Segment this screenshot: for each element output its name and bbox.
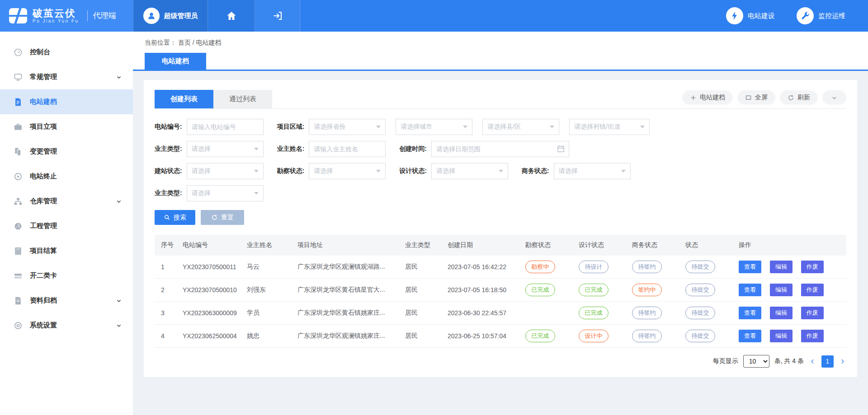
caret-down-icon	[254, 148, 259, 150]
collapse-toolbar-button[interactable]	[822, 90, 846, 105]
chevron-down-icon	[116, 322, 122, 329]
district-select[interactable]: 请选择县/区	[482, 119, 559, 135]
owner-type-select[interactable]: 请选择	[187, 141, 264, 157]
user-menu[interactable]: 超级管理员	[133, 0, 208, 32]
sidebar-item-station-archive[interactable]: 电站建档	[0, 89, 133, 114]
cell-code: YX2023070500010	[179, 279, 243, 302]
breadcrumb: 当前位置： 首页 / 电站建档	[145, 39, 868, 47]
city-select[interactable]: 请选择城市	[396, 119, 472, 135]
cell-code: YX2023070500011	[179, 256, 243, 279]
tab-passed-list[interactable]: 通过列表	[213, 90, 272, 108]
view-button[interactable]: 查看	[739, 330, 761, 342]
tab-create-list[interactable]: 创建列表	[155, 90, 213, 108]
portal-label: 代理端	[87, 10, 116, 21]
search-button[interactable]: 搜索	[155, 210, 195, 225]
cell-type: 居民	[401, 279, 444, 302]
sidebar-item-label: 项目结算	[30, 247, 57, 255]
chevron-down-icon	[116, 298, 122, 304]
document-icon	[14, 98, 23, 107]
edit-button[interactable]: 编辑	[770, 330, 793, 342]
sidebar-item-station-termination[interactable]: 电站终止	[0, 164, 133, 189]
void-button[interactable]: 作废	[801, 307, 824, 319]
sidebar-item-project-settlement[interactable]: 项目结算	[0, 238, 133, 263]
survey-status-badge: 已完成	[525, 330, 555, 342]
owner-type-label: 业主类型:	[155, 145, 182, 153]
town-placeholder: 请选择村镇/街道	[574, 123, 620, 131]
create-time-input[interactable]	[431, 141, 569, 157]
void-button[interactable]: 作废	[801, 261, 824, 273]
col-code: 电站编号	[179, 235, 243, 256]
col-survey: 勘察状态	[522, 235, 575, 256]
sidebar-item-label: 电站终止	[30, 172, 57, 181]
chevron-down-icon	[116, 198, 122, 205]
table-header-row: 序号 电站编号 业主姓名 项目地址 业主类型 创建日期 勘察状态 设计状态 商务…	[155, 235, 846, 256]
edit-button[interactable]: 编辑	[770, 307, 793, 319]
province-select[interactable]: 请选择省份	[309, 119, 386, 135]
breadcrumb-home[interactable]: 首页	[178, 39, 191, 46]
calculator-icon	[14, 247, 23, 256]
void-button[interactable]: 作废	[801, 330, 824, 342]
filter-panel: 电站编号: 项目区域: 请选择省份 请选择城市 请选择县/区 请选择村镇/街道	[155, 109, 846, 201]
sidebar-item-console[interactable]: 控制台	[0, 40, 133, 65]
cell-address: 广东深圳龙华区观澜镇姚家庄...	[294, 325, 401, 348]
logout-button[interactable]	[255, 0, 300, 32]
total-label: 条, 共 4 条	[774, 357, 804, 365]
cell-code: YX2023063000009	[179, 302, 243, 325]
edit-button[interactable]: 编辑	[770, 261, 793, 273]
build-status-select[interactable]: 请选择	[187, 163, 264, 179]
reset-button[interactable]: 重置	[201, 210, 244, 225]
sidebar-item-engineering-mgmt[interactable]: 工程管理	[0, 214, 133, 238]
cell-created: 2023-07-05 16:42:22	[444, 256, 522, 279]
per-page-select[interactable]: 10	[743, 355, 769, 368]
sitemap-icon	[14, 197, 23, 206]
sidebar-item-warehouse-mgmt[interactable]: 仓库管理	[0, 189, 133, 214]
sidebar-item-label: 系统设置	[30, 321, 57, 330]
home-button[interactable]	[208, 0, 255, 32]
monitor-icon	[14, 73, 23, 82]
town-select[interactable]: 请选择村镇/街道	[569, 119, 650, 135]
refresh-button[interactable]: 刷新	[780, 90, 818, 105]
business-status-select[interactable]: 请选择	[554, 163, 631, 179]
add-station-label: 电站建档	[700, 93, 725, 102]
table-row: 2 YX2023070500010 刘强东 广东深圳龙华区黄石镇星官大... 居…	[155, 279, 846, 302]
table-row: 3 YX2023063000009 学员 广东深圳龙华区黄石镇姚家庄... 居民…	[155, 302, 846, 325]
reset-label: 重置	[221, 214, 234, 222]
design-status-badge: 已完成	[579, 307, 609, 319]
nav-monitoring-ops[interactable]: 监控运维	[797, 7, 845, 24]
settings-icon	[14, 321, 23, 330]
col-owner: 业主姓名	[243, 235, 294, 256]
survey-status-select[interactable]: 请选择	[309, 163, 386, 179]
sidebar-item-project-initiation[interactable]: 项目立项	[0, 114, 133, 139]
status-badge: 待提交	[685, 330, 715, 342]
station-no-input[interactable]	[187, 119, 264, 135]
wrench-icon	[797, 7, 814, 24]
add-station-button[interactable]: 电站建档	[682, 90, 733, 105]
status-badge: 待提交	[685, 307, 715, 319]
sidebar-item-general-mgmt[interactable]: 常规管理	[0, 65, 133, 89]
sidebar-item-change-mgmt[interactable]: 变更管理	[0, 139, 133, 164]
page-tab-station-archive[interactable]: 电站建档	[145, 53, 206, 70]
design-status-select[interactable]: 请选择	[431, 163, 508, 179]
sidebar-item-system-settings[interactable]: 系统设置	[0, 313, 133, 338]
nav-station-construction[interactable]: 电站建设	[726, 7, 775, 24]
page-number-button[interactable]: 1	[821, 355, 834, 368]
cell-owner: 姚忠	[243, 325, 294, 348]
fullscreen-label: 全屏	[755, 93, 768, 102]
void-button[interactable]: 作废	[801, 284, 824, 296]
owner-name-input[interactable]	[309, 141, 386, 157]
sidebar-item-label: 项目立项	[30, 122, 57, 131]
sidebar-item-type2-card[interactable]: 开二类卡	[0, 263, 133, 288]
prev-page-icon[interactable]	[809, 358, 816, 365]
fullscreen-button[interactable]: 全屏	[737, 90, 775, 105]
view-button[interactable]: 查看	[739, 307, 761, 319]
owner-type2-select[interactable]: 请选择	[187, 185, 264, 201]
sidebar-item-data-archive[interactable]: 资料归档	[0, 288, 133, 313]
view-button[interactable]: 查看	[739, 284, 761, 296]
sidebar-item-label: 开二类卡	[30, 271, 57, 280]
nav-monitoring-ops-label: 监控运维	[818, 12, 845, 20]
edit-button[interactable]: 编辑	[770, 284, 793, 296]
owner-type-placeholder: 请选择	[192, 145, 211, 153]
next-page-icon[interactable]	[839, 358, 846, 365]
view-button[interactable]: 查看	[739, 261, 761, 273]
sidebar: 控制台 常规管理 电站建档 项目立项 变更管理 电站终止 仓库管理	[0, 32, 133, 415]
